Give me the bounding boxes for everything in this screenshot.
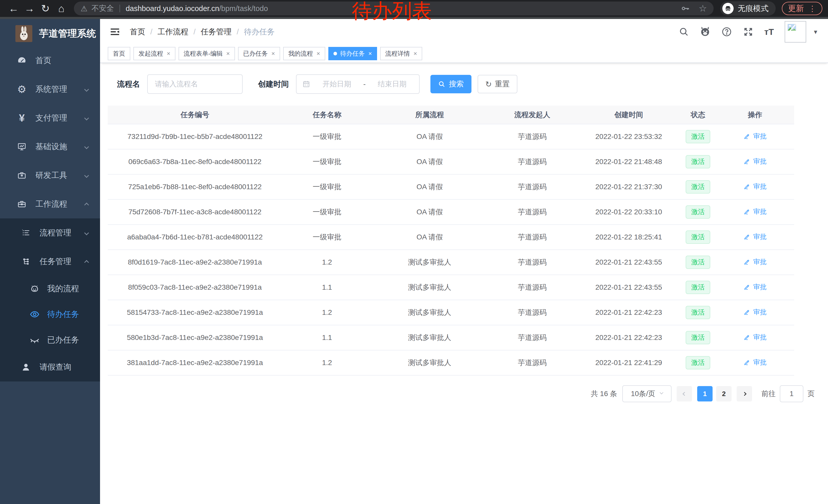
tab-close-icon[interactable]: × bbox=[413, 50, 417, 57]
user-icon bbox=[20, 362, 32, 372]
sidebar-item-home[interactable]: 首页 bbox=[0, 46, 100, 75]
tab-home[interactable]: 首页 bbox=[108, 47, 130, 60]
goto-page-input[interactable] bbox=[780, 385, 803, 402]
tab-done-tasks[interactable]: 已办任务× bbox=[238, 47, 280, 60]
sidebar-item-done-tasks[interactable]: 已办任务 bbox=[0, 327, 100, 353]
browser-update-button[interactable]: 更新 ⋮ bbox=[782, 2, 822, 15]
breadcrumb-item[interactable]: 工作流程 bbox=[158, 27, 188, 37]
reload-icon[interactable]: ↻ bbox=[37, 0, 53, 17]
browser-menu-icon[interactable]: ⋮ bbox=[809, 4, 816, 13]
incognito-label: 无痕模式 bbox=[738, 3, 769, 14]
bookmark-star-icon[interactable]: ☆ bbox=[699, 3, 707, 14]
avatar-caret-icon[interactable]: ▾ bbox=[814, 28, 817, 36]
breadcrumb-item[interactable]: 任务管理 bbox=[201, 27, 232, 37]
sidebar-item-payment-management[interactable]: ¥支付管理 bbox=[0, 103, 100, 132]
github-icon[interactable] bbox=[700, 27, 710, 37]
status-badge: 激活 bbox=[686, 130, 710, 143]
tab-todo-tasks[interactable]: 待办任务× bbox=[328, 47, 377, 60]
password-key-icon[interactable] bbox=[681, 4, 690, 13]
chevron-down-icon bbox=[85, 171, 88, 180]
sidebar-item-system-management[interactable]: ⚙系统管理 bbox=[0, 75, 100, 103]
sidebar-item-process-management[interactable]: 流程管理 bbox=[0, 218, 100, 247]
table-body: 73211d9d-7b9b-11ec-b5b7-acde48001122一级审批… bbox=[108, 124, 794, 375]
tab-start-process[interactable]: 发起流程× bbox=[133, 47, 175, 60]
tab-label: 首页 bbox=[113, 49, 125, 58]
cell-process: OA 请假 bbox=[372, 149, 487, 174]
cell-status: 激活 bbox=[680, 325, 716, 350]
tab-close-icon[interactable]: × bbox=[226, 50, 230, 57]
cell-action: 审批 bbox=[716, 300, 794, 325]
warning-icon[interactable]: ⚠ bbox=[81, 4, 87, 13]
approve-link[interactable]: 审批 bbox=[743, 207, 767, 216]
breadcrumb-item[interactable]: 首页 bbox=[130, 27, 145, 37]
reset-button[interactable]: ↻ 重置 bbox=[478, 75, 518, 93]
approve-link[interactable]: 审批 bbox=[743, 232, 767, 241]
cell-action: 审批 bbox=[716, 225, 794, 250]
chevron-up-icon bbox=[85, 257, 88, 266]
next-page-button[interactable] bbox=[737, 386, 752, 402]
process-name-input[interactable] bbox=[147, 74, 243, 94]
help-icon[interactable] bbox=[721, 27, 732, 37]
avatar[interactable] bbox=[785, 21, 806, 43]
font-size-icon[interactable]: ᴛT bbox=[764, 27, 774, 37]
tab-close-icon[interactable]: × bbox=[167, 50, 170, 57]
tab-label: 我的流程 bbox=[288, 49, 313, 58]
home-icon[interactable]: ⌂ bbox=[53, 0, 69, 17]
tab-process-form-edit[interactable]: 流程表单-编辑× bbox=[178, 47, 235, 60]
column-header-initiator: 流程发起人 bbox=[487, 106, 577, 124]
approve-link[interactable]: 审批 bbox=[743, 333, 767, 342]
cell-status: 激活 bbox=[680, 350, 716, 375]
forward-icon[interactable]: → bbox=[22, 0, 37, 17]
sidebar-item-label: 系统管理 bbox=[35, 84, 67, 95]
status-badge: 激活 bbox=[686, 331, 710, 344]
approve-link[interactable]: 审批 bbox=[743, 282, 767, 291]
cell-initiator: 芋道源码 bbox=[487, 174, 577, 199]
approve-link[interactable]: 审批 bbox=[743, 358, 767, 367]
cell-created: 2022-01-22 23:53:32 bbox=[577, 124, 680, 149]
tab-close-icon[interactable]: × bbox=[368, 50, 372, 57]
monitor-icon bbox=[16, 142, 28, 151]
search-button[interactable]: 搜索 bbox=[430, 75, 471, 93]
sidebar-item-workflow[interactable]: 工作流程 bbox=[0, 190, 100, 218]
table-row: a6aba0a4-7b6d-11ec-b781-acde48001122一级审批… bbox=[108, 225, 794, 250]
fullscreen-icon[interactable] bbox=[743, 27, 754, 37]
table-row: 75d72608-7b7f-11ec-a3c8-acde48001122一级审批… bbox=[108, 199, 794, 225]
cell-status: 激活 bbox=[680, 250, 716, 275]
approve-link[interactable]: 审批 bbox=[743, 258, 767, 266]
prev-page-button[interactable] bbox=[677, 386, 692, 402]
cell-name: 1.2 bbox=[282, 350, 372, 375]
page-size-select[interactable]: 10条/页 bbox=[622, 385, 671, 402]
cell-process: OA 请假 bbox=[372, 124, 487, 149]
tab-close-icon[interactable]: × bbox=[317, 50, 320, 57]
cell-name: 一级审批 bbox=[282, 199, 372, 225]
incognito-icon bbox=[722, 3, 734, 14]
page-button-2[interactable]: 2 bbox=[716, 386, 732, 402]
page-button-1[interactable]: 1 bbox=[697, 386, 713, 402]
approve-link[interactable]: 审批 bbox=[743, 182, 767, 191]
sidebar-item-my-processes[interactable]: 我的流程 bbox=[0, 276, 100, 302]
back-icon[interactable]: ← bbox=[6, 0, 22, 17]
gear-icon: ⚙ bbox=[16, 84, 28, 94]
approve-link[interactable]: 审批 bbox=[743, 132, 767, 141]
eye-icon bbox=[29, 309, 41, 319]
sidebar-item-infrastructure[interactable]: 基础设施 bbox=[0, 132, 100, 161]
approve-link[interactable]: 审批 bbox=[743, 157, 767, 166]
dashboard-icon bbox=[16, 56, 28, 65]
app-logo[interactable]: 芋道管理系统 bbox=[0, 19, 100, 46]
tab-my-processes[interactable]: 我的流程× bbox=[283, 47, 325, 60]
security-label: 不安全 bbox=[92, 3, 114, 13]
sidebar-item-todo-tasks[interactable]: 待办任务 bbox=[0, 302, 100, 327]
tab-close-icon[interactable]: × bbox=[272, 50, 275, 57]
sidebar-item-dev-tools[interactable]: 研发工具 bbox=[0, 161, 100, 190]
cell-id: 580e1b3d-7ac8-11ec-a9e2-a2380e71991a bbox=[108, 325, 282, 350]
search-icon[interactable] bbox=[679, 27, 689, 37]
tab-process-detail[interactable]: 流程详情× bbox=[380, 47, 422, 60]
cell-created: 2022-01-21 22:43:55 bbox=[577, 250, 680, 275]
page-url: dashboard.yudao.iocoder.cn/bpm/task/todo bbox=[126, 4, 268, 13]
approve-link[interactable]: 审批 bbox=[743, 308, 767, 317]
sidebar-item-leave-query[interactable]: 请假查询 bbox=[0, 353, 100, 381]
pencil-icon bbox=[743, 133, 750, 140]
sidebar-item-task-management[interactable]: 任务管理 bbox=[0, 247, 100, 276]
collapse-sidebar-icon[interactable] bbox=[109, 26, 121, 37]
date-range-picker[interactable]: 开始日期 - 结束日期 bbox=[296, 74, 420, 94]
